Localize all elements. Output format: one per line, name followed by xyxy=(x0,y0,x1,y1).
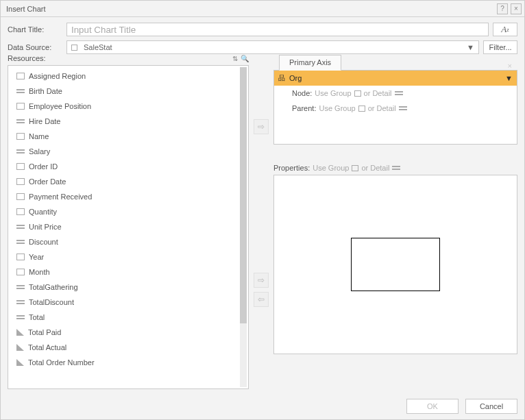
list-item-label: TotalDiscount xyxy=(29,298,74,306)
list-item[interactable]: Assigned Region xyxy=(12,69,236,84)
list-item-label: Month xyxy=(29,268,50,276)
filter-button[interactable]: Filter... xyxy=(483,40,517,54)
list-item[interactable]: Name xyxy=(12,129,236,144)
text-icon xyxy=(16,254,25,260)
list-item-label: Unit Price xyxy=(29,223,62,231)
detail-icon xyxy=(399,106,407,111)
list-item-label: Discount xyxy=(29,238,58,246)
list-item-label: Hire Date xyxy=(29,117,60,125)
resources-listbox: Assigned RegionBirth DateEmployee Positi… xyxy=(8,65,249,389)
titlebar: Insert Chart ? × xyxy=(1,1,524,17)
move-right-button-2[interactable]: ⇨ xyxy=(254,273,269,288)
list-item[interactable]: Quantity xyxy=(12,204,236,219)
numeric-icon xyxy=(16,118,25,125)
list-item-label: Employee Position xyxy=(29,102,91,110)
org-label: Org xyxy=(289,74,302,82)
list-item[interactable]: Salary xyxy=(12,144,236,159)
node-row[interactable]: Node: Use Group or Detail xyxy=(274,86,517,101)
numeric-icon xyxy=(16,284,25,291)
move-left-button[interactable]: ⇦ xyxy=(254,292,269,307)
parent-row[interactable]: Parent: Use Group or Detail xyxy=(274,101,517,116)
list-item-label: Total Order Number xyxy=(28,358,95,367)
text-icon xyxy=(16,103,25,110)
list-item-label: Name xyxy=(29,132,49,140)
list-item[interactable]: Order Date xyxy=(12,174,236,189)
dialog-title: Insert Chart xyxy=(6,5,45,13)
datasource-icon xyxy=(71,45,77,51)
list-item[interactable]: Total Paid xyxy=(12,325,236,340)
detail-icon xyxy=(392,165,400,171)
list-item-label: Order Date xyxy=(29,177,66,186)
close-icon[interactable]: × xyxy=(511,3,522,14)
list-item[interactable]: Payment Received xyxy=(12,189,236,204)
numeric-icon xyxy=(16,299,25,306)
chevron-down-icon: ▼ xyxy=(505,74,513,82)
numeric-icon xyxy=(16,223,25,230)
list-item-label: Salary xyxy=(29,147,50,156)
text-icon xyxy=(16,208,25,215)
properties-placeholder-rect xyxy=(351,238,440,291)
resources-label: Resources: xyxy=(8,54,46,62)
scrollbar[interactable] xyxy=(240,67,247,387)
list-item-label: TotalGathering xyxy=(29,283,78,291)
ok-button[interactable]: OK xyxy=(406,399,459,414)
cancel-button[interactable]: Cancel xyxy=(465,399,517,414)
numeric-icon xyxy=(16,148,25,155)
calc-icon xyxy=(16,329,24,336)
org-row[interactable]: 品 Org ▼ xyxy=(274,71,517,86)
list-item[interactable]: Total Order Number xyxy=(12,355,236,370)
chart-title-input[interactable] xyxy=(66,23,489,36)
calc-icon xyxy=(16,344,24,351)
list-item[interactable]: Total Actual xyxy=(12,340,236,355)
primary-axis-tabs: Primary Axis × xyxy=(273,54,517,71)
text-icon xyxy=(16,163,25,170)
data-source-label: Data Source: xyxy=(8,43,62,51)
numeric-icon xyxy=(16,238,25,245)
chart-title-label: Chart Title: xyxy=(8,25,62,34)
list-item[interactable]: Employee Position xyxy=(12,99,236,114)
list-item[interactable]: Unit Price xyxy=(12,219,236,234)
list-item[interactable]: Birth Date xyxy=(12,84,236,99)
list-item[interactable]: Year xyxy=(12,249,236,264)
list-item-label: Quantity xyxy=(29,208,57,216)
list-item-label: Year xyxy=(29,253,44,261)
chevron-down-icon: ▼ xyxy=(467,43,474,51)
sort-icon[interactable]: ⇅ xyxy=(232,55,238,62)
detail-icon xyxy=(395,90,403,96)
list-item[interactable]: Order ID xyxy=(12,159,236,174)
text-icon xyxy=(16,178,25,185)
group-icon xyxy=(358,106,365,112)
list-item-label: Assigned Region xyxy=(29,72,86,80)
list-item[interactable]: Hire Date xyxy=(12,114,236,129)
list-item-label: Order ID xyxy=(29,162,58,171)
text-icon xyxy=(16,193,25,200)
properties-panel[interactable] xyxy=(273,175,517,354)
list-item[interactable]: Total xyxy=(12,310,236,325)
calc-icon xyxy=(16,359,24,366)
font-style-button[interactable]: Az xyxy=(493,23,517,36)
list-item[interactable]: Discount xyxy=(12,234,236,249)
list-item-label: Payment Received xyxy=(29,193,92,201)
text-icon xyxy=(16,133,25,140)
tab-primary-axis[interactable]: Primary Axis xyxy=(279,55,341,71)
data-source-value: SaleStat xyxy=(84,43,112,51)
list-item-label: Total Actual xyxy=(28,343,66,351)
search-icon[interactable]: 🔍 xyxy=(241,55,249,62)
list-item[interactable]: TotalGathering xyxy=(12,280,236,295)
numeric-icon xyxy=(16,314,25,321)
text-icon xyxy=(16,73,25,79)
text-icon xyxy=(16,269,25,275)
move-right-button[interactable]: ⇨ xyxy=(254,119,269,134)
group-icon xyxy=(354,90,361,97)
list-item-label: Total xyxy=(29,313,45,321)
insert-chart-dialog: Insert Chart ? × Chart Title: Az Data So… xyxy=(0,0,525,420)
scroll-thumb[interactable] xyxy=(240,67,247,323)
list-item[interactable]: TotalDiscount xyxy=(12,295,236,310)
close-tab-icon[interactable]: × xyxy=(508,62,512,70)
numeric-icon xyxy=(16,88,25,95)
org-icon: 品 xyxy=(278,73,285,83)
help-icon[interactable]: ? xyxy=(497,3,508,14)
list-item[interactable]: Month xyxy=(12,264,236,280)
data-source-combo[interactable]: SaleStat ▼ xyxy=(66,40,479,54)
list-item-label: Total Paid xyxy=(28,328,61,336)
